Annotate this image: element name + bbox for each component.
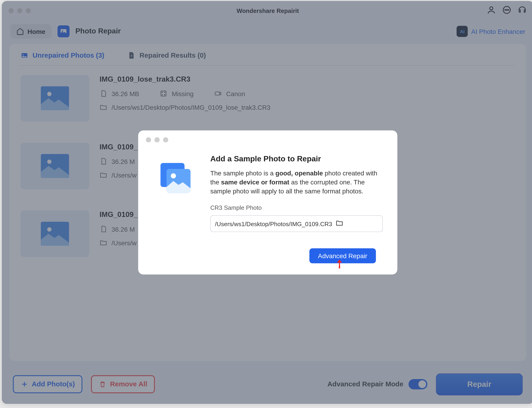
minimize-dialog-icon[interactable] bbox=[155, 137, 160, 142]
sample-photo-icon bbox=[157, 160, 194, 196]
close-dialog-icon[interactable] bbox=[146, 137, 151, 142]
browse-folder-icon[interactable] bbox=[336, 219, 378, 228]
dialog-description: The sample photo is a good, openable pho… bbox=[210, 169, 383, 196]
sample-label: CR3 Sample Photo bbox=[210, 204, 383, 211]
svg-point-23 bbox=[171, 173, 176, 178]
maximize-dialog-icon[interactable] bbox=[163, 137, 168, 142]
app-window: Wondershare Repairit Home Photo Repair A… bbox=[2, 1, 532, 404]
dialog-title: Add a Sample Photo to Repair bbox=[210, 154, 383, 163]
modal-overlay: Add a Sample Photo to Repair The sample … bbox=[2, 1, 532, 404]
sample-path-input[interactable]: /Users/ws1/Desktop/Photos/IMG_0109.CR3 bbox=[210, 215, 383, 232]
sample-photo-dialog: Add a Sample Photo to Repair The sample … bbox=[138, 130, 397, 274]
sample-path-value: /Users/ws1/Desktop/Photos/IMG_0109.CR3 bbox=[215, 220, 332, 227]
dialog-window-controls bbox=[146, 137, 389, 142]
